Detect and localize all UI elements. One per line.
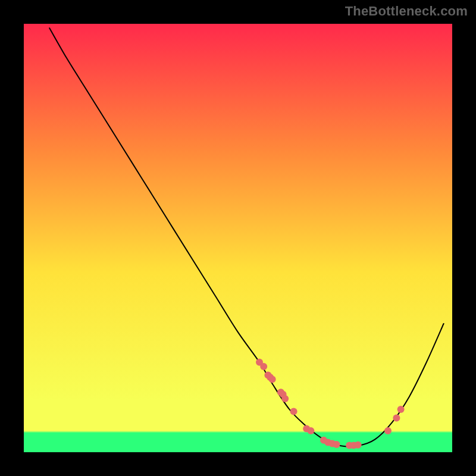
data-point bbox=[307, 427, 314, 434]
watermark-label: TheBottleneck.com bbox=[345, 4, 468, 19]
plot-background bbox=[24, 24, 452, 452]
data-point bbox=[397, 406, 405, 413]
data-point bbox=[290, 408, 298, 415]
data-point bbox=[384, 427, 392, 434]
data-point bbox=[333, 441, 340, 448]
data-point bbox=[281, 395, 289, 402]
data-point bbox=[393, 414, 400, 421]
chart-svg bbox=[24, 24, 452, 452]
chart-frame: TheBottleneck.com bbox=[0, 0, 476, 476]
data-point bbox=[269, 376, 276, 383]
chart-plot bbox=[24, 24, 452, 452]
data-point bbox=[260, 363, 267, 370]
data-point bbox=[355, 441, 362, 449]
